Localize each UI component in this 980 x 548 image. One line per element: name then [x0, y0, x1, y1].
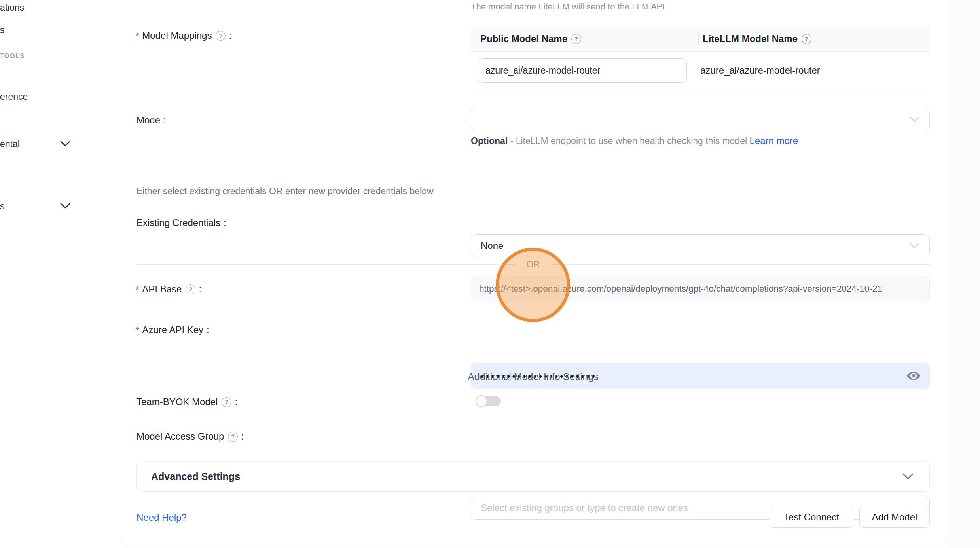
column-header-litellm-model-name: LiteLLM Model Name ? [691, 33, 811, 44]
help-question-icon[interactable]: ? [222, 397, 231, 407]
additional-info-divider-label: Additional Model Info Settings [457, 371, 609, 383]
sidebar-item-experimental[interactable]: ental [0, 139, 20, 150]
chevron-down-icon [910, 243, 919, 248]
colon: : [229, 30, 231, 41]
existing-credentials-select[interactable]: None [471, 234, 930, 257]
team-byok-label-text: Team-BYOK Model [136, 396, 218, 408]
divider-line [550, 264, 930, 265]
required-mark: * [136, 284, 139, 296]
or-divider: OR [136, 259, 930, 270]
help-question-icon[interactable]: ? [571, 34, 581, 44]
sidebar-item-organizations[interactable]: ations [0, 2, 24, 13]
column-header-text: LiteLLM Model Name [703, 33, 798, 44]
azure-api-key-label-text: Azure API Key [142, 324, 203, 336]
sidebar-section-tools: TOOLS [0, 53, 25, 60]
api-base-label-text: API Base [142, 284, 182, 295]
test-connect-button[interactable]: Test Connect [770, 506, 853, 528]
colon: : [163, 115, 166, 126]
existing-credentials-value: None [481, 240, 503, 251]
model-mappings-table-header: Public Model Name ? LiteLLM Model Name ? [471, 26, 930, 52]
or-divider-label: OR [516, 259, 550, 270]
divider-line [609, 377, 930, 377]
api-base-value: https://<test>.openai.azure.com/openai/d… [479, 284, 882, 294]
column-header-public-model-name: Public Model Name ? [471, 33, 691, 44]
add-model-page: ations s TOOLS erence ental s The model … [0, 0, 980, 548]
azure-api-key-label: * Azure API Key : [136, 324, 209, 336]
additional-info-divider: Additional Model Info Settings [136, 371, 930, 383]
help-question-icon[interactable]: ? [228, 432, 238, 442]
mode-help-bold: Optional [471, 136, 508, 146]
advanced-settings-title: Advanced Settings [151, 471, 902, 482]
colon: : [235, 396, 237, 408]
credentials-note: Either select existing credentials OR en… [136, 186, 433, 197]
model-mappings-label-text: Model Mappings [142, 30, 212, 41]
litellm-model-name-value: azure_ai/azure-model-router [700, 65, 820, 76]
team-byok-toggle[interactable] [476, 396, 501, 407]
colon: : [199, 284, 201, 295]
mode-help-body: - LiteLLM endpoint to use when health ch… [508, 136, 749, 146]
help-question-icon[interactable]: ? [186, 284, 195, 294]
model-name-hint: The model name LiteLLM will send to the … [471, 2, 665, 12]
need-help-link[interactable]: Need Help? [136, 512, 187, 523]
colon: : [224, 217, 226, 228]
add-model-button[interactable]: Add Model [859, 506, 930, 528]
toggle-knob [476, 395, 487, 407]
model-access-group-placeholder: Select existing groups or type to create… [481, 502, 688, 514]
divider-line [136, 377, 457, 377]
mode-label-text: Mode [136, 115, 160, 126]
column-header-text: Public Model Name [480, 33, 567, 44]
mode-label: Mode : [136, 115, 166, 126]
model-mappings-table: Public Model Name ? LiteLLM Model Name ?… [471, 26, 930, 89]
api-base-label: * API Base ? : [136, 284, 201, 295]
chevron-down-icon [902, 473, 914, 480]
divider-line [136, 264, 516, 265]
team-byok-label: Team-BYOK Model ? : [136, 396, 237, 408]
sidebar-item-inference[interactable]: erence [0, 91, 28, 102]
required-mark: * [136, 325, 139, 336]
table-row: azure_ai/azure-model-router [471, 52, 930, 89]
model-access-group-label: Model Access Group ? : [136, 431, 244, 442]
model-access-group-label-text: Model Access Group [136, 431, 224, 442]
chevron-down-icon[interactable] [60, 141, 70, 147]
required-mark: * [136, 31, 139, 42]
chevron-down-icon[interactable] [60, 203, 70, 209]
page-background-strip [946, 0, 980, 548]
model-mappings-label: * Model Mappings ? : [136, 30, 231, 41]
colon: : [241, 431, 244, 442]
public-model-name-input[interactable] [478, 58, 687, 83]
existing-credentials-label-text: Existing Credentials [136, 217, 220, 228]
sidebar-item-teams[interactable]: s [0, 25, 5, 36]
existing-credentials-label: Existing Credentials : [136, 217, 226, 228]
column-separator [698, 32, 699, 45]
colon: : [207, 324, 209, 336]
help-question-icon[interactable]: ? [802, 34, 811, 44]
api-base-field[interactable]: https://<test>.openai.azure.com/openai/d… [471, 276, 930, 301]
learn-more-link[interactable]: Learn more [749, 135, 798, 146]
mode-help-text: Optional - LiteLLM endpoint to use when … [471, 133, 799, 149]
mode-select[interactable] [471, 108, 930, 131]
sidebar-item-settings[interactable]: s [0, 201, 5, 212]
advanced-settings-panel[interactable]: Advanced Settings [136, 461, 930, 492]
help-question-icon[interactable]: ? [216, 31, 226, 41]
chevron-down-icon [910, 117, 919, 122]
